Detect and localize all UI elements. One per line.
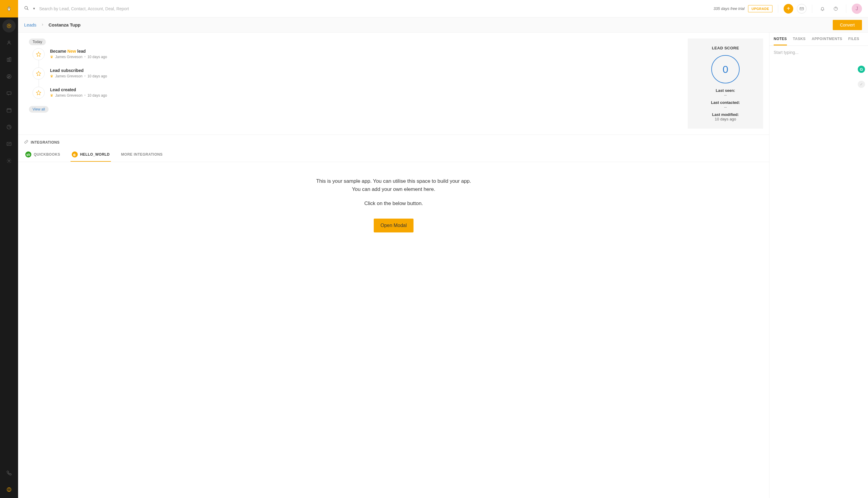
brand-logo[interactable]	[0, 0, 18, 17]
tab-appointments[interactable]: APPOINTMENTS	[812, 32, 842, 45]
view-all-button[interactable]: View all	[29, 106, 49, 113]
sidebar-item-reports[interactable]	[2, 120, 16, 134]
breadcrumb-current: Costanza Tupp	[49, 22, 80, 27]
grammarly-icon[interactable]: G	[858, 66, 865, 73]
score-title: LEAD SCORE	[695, 46, 756, 50]
last-modified-value: 10 days ago	[695, 117, 756, 121]
convert-button[interactable]: Convert	[833, 20, 862, 30]
timeline-time: 10 days ago	[87, 93, 107, 97]
sidebar-item-marketplace[interactable]	[2, 483, 16, 496]
tab-hello-world[interactable]: ◐ HELLO_WORLD	[71, 148, 111, 162]
timeline: Became New lead ♛James Greveson•10 days …	[24, 48, 682, 99]
last-contacted-label: Last contacted:	[695, 100, 756, 105]
search-input[interactable]	[39, 6, 710, 11]
breadcrumb: Leads Costanza Tupp Convert	[18, 17, 868, 32]
sidebar-item-leads[interactable]	[2, 19, 16, 32]
timeline-author: James Greveson	[55, 55, 82, 59]
timeline-title: Became New lead	[50, 49, 107, 54]
svg-point-0	[9, 8, 10, 9]
divider	[846, 4, 846, 13]
svg-point-12	[25, 6, 27, 9]
bell-icon[interactable]	[818, 4, 827, 14]
svg-point-1	[9, 25, 10, 26]
svg-rect-3	[7, 58, 9, 62]
sidebar-item-accounts[interactable]	[2, 53, 16, 66]
search-icon[interactable]	[24, 6, 29, 12]
svg-rect-13	[800, 8, 804, 10]
integration-body: This is your sample app. You can utilise…	[18, 162, 769, 248]
crown-icon: ♛	[50, 55, 53, 59]
svg-rect-4	[9, 57, 11, 62]
sidebar-item-conversations[interactable]	[2, 87, 16, 100]
sidebar-item-phone[interactable]	[2, 466, 16, 479]
timeline-title: Lead subscribed	[50, 68, 107, 73]
chevron-right-icon	[41, 22, 44, 28]
integrations-header: INTEGRATIONS	[18, 135, 769, 148]
star-icon	[33, 48, 44, 60]
timeline-title: Lead created	[50, 87, 107, 92]
score-value: 0	[711, 55, 740, 83]
help-icon[interactable]	[831, 4, 841, 14]
last-contacted-value: --	[695, 105, 756, 109]
tab-more-integrations[interactable]: MORE INTEGRATIONS	[120, 148, 164, 162]
svg-point-2	[8, 41, 10, 43]
quickbooks-icon: qb	[25, 152, 31, 157]
svg-rect-6	[7, 92, 11, 94]
last-seen-label: Last seen:	[695, 88, 756, 93]
sidebar-item-contacts[interactable]	[2, 36, 16, 49]
lead-score-card: LEAD SCORE 0 Last seen:-- Last contacted…	[688, 39, 763, 129]
timeline-time: 10 days ago	[87, 74, 107, 78]
tab-files[interactable]: FILES	[848, 32, 859, 45]
divider	[778, 4, 778, 13]
svg-point-10	[9, 160, 10, 162]
timeline-time: 10 days ago	[87, 55, 107, 59]
timeline-item: Lead created ♛James Greveson•10 days ago	[33, 87, 682, 99]
tab-notes[interactable]: NOTES	[774, 32, 787, 45]
integration-tabs: qb QUICKBOOKS ◐ HELLO_WORLD MORE INTEGRA…	[18, 148, 769, 162]
topbar: ▼ 335 days free trial UPGRADE + J	[18, 0, 868, 17]
tab-tasks[interactable]: TASKS	[793, 32, 806, 45]
avatar[interactable]: J	[852, 4, 862, 14]
check-icon[interactable]: ✓	[858, 81, 865, 88]
breadcrumb-parent[interactable]: Leads	[24, 22, 37, 27]
add-button[interactable]: +	[783, 4, 793, 14]
sidebar-item-deals[interactable]	[2, 70, 16, 83]
crown-icon: ♛	[50, 74, 53, 78]
star-icon	[33, 87, 44, 99]
mail-icon[interactable]	[797, 4, 806, 14]
sidebar-item-settings[interactable]	[2, 154, 16, 167]
svg-rect-7	[7, 109, 11, 112]
star-icon	[33, 67, 44, 79]
sidebar-item-calendar[interactable]	[2, 104, 16, 117]
trial-text: 335 days free trial	[713, 6, 744, 11]
hello-world-icon: ◐	[72, 152, 78, 157]
open-modal-button[interactable]: Open Modal	[374, 219, 413, 233]
last-seen-value: --	[695, 93, 756, 97]
upgrade-button[interactable]: UPGRADE	[748, 5, 773, 12]
divider	[812, 4, 812, 13]
notes-input[interactable]: Start typing...	[769, 46, 868, 59]
tab-quickbooks[interactable]: qb QUICKBOOKS	[24, 148, 62, 162]
sidebar-item-dashboard[interactable]	[2, 137, 16, 150]
today-chip: Today	[29, 39, 46, 45]
timeline-author: James Greveson	[55, 93, 82, 97]
timeline-item: Lead subscribed ♛James Greveson•10 days …	[33, 67, 682, 79]
sidebar	[0, 0, 18, 498]
timeline-author: James Greveson	[55, 74, 82, 78]
search-dropdown-icon[interactable]: ▼	[33, 7, 36, 10]
right-panel: NOTES TASKS APPOINTMENTS FILES Start typ…	[769, 32, 868, 498]
link-icon	[24, 140, 28, 145]
last-modified-label: Last modified:	[695, 112, 756, 117]
timeline-item: Became New lead ♛James Greveson•10 days …	[33, 48, 682, 60]
crown-icon: ♛	[50, 93, 53, 97]
